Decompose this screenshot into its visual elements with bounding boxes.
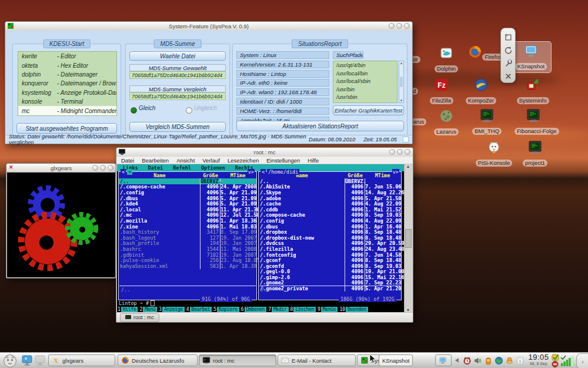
- file-row[interactable]: /..ÜBERVZ.: [119, 178, 256, 184]
- tab-root-mc[interactable]: root : mc: [120, 313, 159, 322]
- compare-md5-button[interactable]: Vergleich MD5-Summen: [129, 122, 226, 132]
- menu-hilfe[interactable]: Hilfe: [308, 157, 319, 164]
- menu-ansicht[interactable]: Ansicht: [176, 157, 195, 164]
- glxgears-titlebar[interactable]: ✕ glxgears: [6, 164, 116, 173]
- fkey-8[interactable]: 8Löschen: [290, 307, 316, 312]
- fkey-7[interactable]: 7Mkdir: [268, 307, 288, 312]
- file-row[interactable]: /.gimp-2.6409615. Mai 22.16: [259, 274, 401, 280]
- task-icon[interactable]: [435, 354, 452, 366]
- panel-path[interactable]: ~: [127, 169, 132, 175]
- col-size[interactable]: Größe: [201, 173, 220, 178]
- desktop-icon-firefox[interactable]: Firefox: [467, 45, 505, 61]
- pager-desktop-1[interactable]: [21, 354, 33, 366]
- close-button[interactable]: [404, 23, 410, 29]
- terminal-scrollbar[interactable]: ▲▼: [404, 164, 412, 312]
- equal-radio[interactable]: [131, 105, 137, 116]
- signal-strength-icon[interactable]: [560, 354, 575, 367]
- file-row[interactable]: /.local409611. Apr 21.30: [119, 207, 256, 213]
- panel-expander-icon[interactable]: ›: [576, 353, 588, 368]
- desktop-icon-kompozer[interactable]: KompoZer: [462, 78, 500, 105]
- kdesu-item-mc[interactable]: mc- Midnight Commander: [18, 106, 116, 115]
- kdesu-item-okteta[interactable]: okteta- Hex Editor: [18, 61, 116, 69]
- task-glxgears[interactable]: Xglxgears: [48, 354, 115, 366]
- col-size[interactable]: Größe: [345, 173, 365, 178]
- plasma-icon-hover-toolbar[interactable]: [500, 28, 516, 83]
- file-row[interactable]: .bash_history34178. Sep 17.09: [119, 229, 256, 235]
- file-row[interactable]: /.gegl-0.0409619. Apr 21.00: [259, 269, 401, 275]
- search-paths-list[interactable]: /usr/qt/4/bin/usr/local/bin/usr/local/sb…: [333, 61, 397, 103]
- file-row[interactable]: .bashrc154411. Mai 2008: [119, 246, 256, 252]
- file-row[interactable]: /.compose-cache409624. Apr 2008: [119, 184, 256, 190]
- choose-file-button[interactable]: Waehle Datei: [129, 51, 226, 61]
- fkey-2[interactable]: 2Menü: [139, 307, 157, 312]
- fkey-9[interactable]: 9Menüs: [318, 307, 338, 312]
- menu-datei[interactable]: Datei: [121, 157, 134, 164]
- graphics-test-button[interactable]: Einfacher GraphikKartenTest: [333, 105, 404, 115]
- unequal-radio[interactable]: [186, 105, 192, 116]
- file-row[interactable]: /.adobe40965. Apr 21.50: [259, 195, 401, 201]
- fkey-10[interactable]: 10Beenden: [339, 307, 368, 312]
- close-button[interactable]: [108, 165, 113, 171]
- file-row[interactable]: /.mozilla40961. Apr 18.36: [119, 218, 256, 224]
- minimize-button[interactable]: [389, 149, 395, 155]
- task-e-mail-kontact[interactable]: E-Mail - Kontact: [278, 354, 356, 366]
- file-row[interactable]: /.gconfd40968. Sep 19.03: [259, 263, 401, 269]
- file-row[interactable]: /.config40965. Apr 21.09: [119, 190, 256, 195]
- syspea-window[interactable]: System-Feature (SysPea V. 0.9) KDESU-Sta…: [5, 21, 413, 144]
- kdesu-item-konsole[interactable]: konsole- Terminal: [18, 97, 116, 106]
- terminal-area[interactable]: LinksDateiBefehlOptionenRechts < ~ v>Nam…: [117, 164, 404, 312]
- file-row[interactable]: kahyaSession.xml5831. Apr 18.39: [119, 263, 256, 269]
- file-row[interactable]: /.Skype409614. Aug 22.26: [259, 190, 401, 195]
- tray-klipper-icon[interactable]: i: [515, 356, 524, 365]
- mc-menu-datei[interactable]: Datei: [148, 165, 163, 171]
- panel-sort-mark[interactable]: v>: [392, 169, 399, 175]
- tray-battery-icon[interactable]: [483, 356, 493, 365]
- emblem-stop-icon[interactable]: [552, 361, 559, 367]
- kdesu-item-kwrite[interactable]: kwrite- Editor: [18, 52, 116, 61]
- menu-lesezeichen[interactable]: Lesezeichen: [228, 157, 259, 164]
- mc-menu-befehl[interactable]: Befehl: [173, 165, 191, 171]
- desktop-icon-ksnapshot[interactable]: KSnapshot: [512, 44, 550, 71]
- mc-menu-optionen[interactable]: Optionen: [201, 165, 225, 171]
- file-row[interactable]: /.mc409612. Jul 21.58: [119, 213, 256, 218]
- menu-einstellungen[interactable]: Einstellungen: [266, 157, 300, 164]
- file-row[interactable]: /..ÜBERVZ.: [259, 178, 401, 184]
- resize-grip[interactable]: [403, 137, 409, 142]
- panel-sort-mark[interactable]: v>: [248, 169, 255, 175]
- desktop-icon-lazarus[interactable]: Lazarus: [427, 109, 465, 136]
- panel-corner[interactable]: <: [121, 169, 126, 175]
- fkey-3[interactable]: 3Anzeige: [159, 307, 184, 312]
- task-deutsches-lazarusfo[interactable]: Deutsches Lazarusfo: [118, 354, 198, 366]
- kdesu-item-konqueror[interactable]: konqueror- Dateimanager / Browser: [18, 79, 116, 88]
- file-row[interactable]: /.dropbox-dist-new40968. Sep 18.48: [259, 235, 401, 241]
- konsole-window[interactable]: root : mc DateiBearbeitenAnsichtVerlaufL…: [116, 147, 413, 323]
- menu-bearbeiten[interactable]: Bearbeiten: [142, 157, 169, 164]
- update-report-button[interactable]: Aktualisieren SitationsReport: [236, 121, 404, 131]
- digital-clock[interactable]: 19:05 Mi, 8 Sep: [526, 353, 552, 366]
- desktop-icon-filezilla[interactable]: FzFileZilla: [423, 78, 460, 105]
- start-program-button[interactable]: Start ausgewaehltes Programm: [16, 123, 117, 134]
- file-row[interactable]: .gdbinit710219. Jan 2007: [119, 252, 256, 258]
- pager-desktop-2[interactable]: [34, 354, 46, 366]
- file-row[interactable]: /.kde440965. Apr 21.09: [119, 201, 256, 207]
- glxgears-window[interactable]: ✕ glxgears: [6, 163, 116, 279]
- desktop-icon-bmi-thq[interactable]: BMI_THQ: [468, 108, 506, 135]
- maximize-button[interactable]: [396, 23, 402, 29]
- mc-left-panel[interactable]: < ~ v>NameGrößeMTime/..ÜBERVZ./.compose-…: [118, 171, 257, 300]
- desktop-icon-systeminfo[interactable]: Systeminfo: [514, 78, 552, 105]
- file-row[interactable]: /.dropbox40968. Sep 18.48: [259, 229, 401, 235]
- file-row[interactable]: .bash_profile19419. Jan 2007: [119, 241, 256, 247]
- file-row[interactable]: /.config40964. Aug 22.09: [259, 218, 401, 224]
- tray-expander-icon[interactable]: [454, 357, 460, 363]
- file-row[interactable]: /.gconf40968. Sep 18.48: [259, 257, 401, 263]
- search-path-item[interactable]: /usr/local/sbin: [333, 77, 397, 85]
- pardus-menu-button[interactable]: [2, 354, 19, 367]
- file-row[interactable]: /.dbus40961. Apr 16.40: [259, 224, 401, 230]
- file-row[interactable]: /.AbiSuite40967. Jun 15.06: [259, 184, 401, 190]
- desktop-icon-fibonacci-folge[interactable]: Fibonacci-Folge: [514, 108, 552, 135]
- tray-globe-icon[interactable]: [494, 356, 503, 365]
- syspea-titlebar[interactable]: System-Feature (SysPea V. 0.9): [5, 22, 412, 31]
- file-row[interactable]: /.dbus40965. Apr 21.09: [119, 195, 256, 201]
- menu-verlauf[interactable]: Verlauf: [202, 157, 220, 164]
- file-row[interactable]: /.filezilla409624. Aug 23.40: [259, 246, 401, 252]
